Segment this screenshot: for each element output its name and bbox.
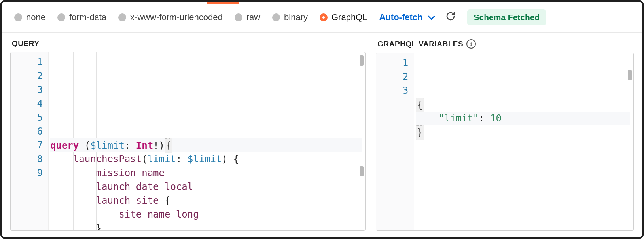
body-type-label: binary [284, 12, 308, 23]
query-editor[interactable]: 123456789 query ($limit: Int!){ launches… [10, 52, 366, 231]
line-number: 2 [11, 69, 43, 83]
query-title: QUERY [10, 33, 366, 52]
chevron-down-icon [428, 13, 435, 20]
body-type-label: x-www-form-urlencoded [130, 12, 223, 23]
body-type-label: form-data [69, 12, 106, 23]
auto-fetch-toggle[interactable]: Auto-fetch [379, 12, 434, 23]
body-type-none[interactable]: none [14, 12, 45, 23]
token-pn: ! [153, 140, 159, 151]
token-str: "limit" [439, 113, 479, 124]
request-body-panel: noneform-datax-www-form-urlencodedrawbin… [0, 0, 644, 239]
line-number: 1 [11, 55, 43, 69]
code-line[interactable]: launch_date_local [50, 180, 362, 194]
radio-dot-icon [320, 13, 328, 21]
token-brk: { [165, 138, 172, 153]
token-fld: mission_name [96, 167, 165, 178]
query-panel: QUERY 123456789 query ($limit: Int!){ la… [10, 33, 366, 231]
body-type-graphql[interactable]: GraphQL [320, 12, 367, 23]
auto-fetch-label: Auto-fetch [379, 12, 423, 23]
code-line[interactable]: } [50, 222, 362, 231]
variables-code[interactable]: { "limit": 10} [414, 53, 633, 230]
token-pn: : [176, 154, 188, 165]
token-pn: : [125, 140, 136, 151]
code-line[interactable]: { [416, 98, 630, 112]
body-type-raw[interactable]: raw [235, 12, 260, 23]
token-fld: launchesPast [73, 154, 142, 165]
token-fld: site_name_long [119, 209, 199, 220]
line-number: 6 [11, 125, 43, 138]
token-pn: { [159, 195, 170, 206]
token-brk: } [416, 125, 424, 140]
radio-dot-icon [235, 13, 242, 21]
code-line[interactable]: mission_name [50, 166, 362, 180]
token-arg: limit [148, 154, 176, 165]
token-pn [50, 167, 96, 178]
token-pn [50, 195, 96, 206]
refresh-icon [446, 11, 455, 21]
line-number: 8 [11, 152, 43, 166]
code-line[interactable]: "limit": 10 [416, 112, 630, 125]
body-type-form[interactable]: form-data [57, 12, 106, 23]
query-gutter: 123456789 [11, 52, 49, 230]
token-pn: : [479, 113, 490, 124]
radio-dot-icon [272, 13, 280, 21]
token-var: $limit [90, 140, 125, 151]
line-number: 9 [11, 166, 43, 180]
radio-dot-icon [118, 13, 126, 21]
code-line[interactable]: } [416, 125, 630, 139]
line-number: 3 [11, 83, 43, 97]
variables-title-text: GRAPHQL VARIABLES [377, 40, 463, 48]
info-icon[interactable]: i [466, 39, 476, 49]
body-type-xwww[interactable]: x-www-form-urlencoded [118, 12, 223, 23]
token-pn [416, 113, 439, 124]
token-num: 10 [490, 113, 502, 124]
schema-status-badge: Schema Fetched [467, 9, 546, 25]
query-code[interactable]: query ($limit: Int!){ launchesPast(limit… [49, 52, 365, 230]
body-type-binary[interactable]: binary [272, 12, 308, 23]
body-type-label: raw [246, 12, 260, 23]
token-kw: query [50, 140, 85, 151]
code-line[interactable]: launch_site { [50, 194, 362, 208]
graphql-panels: QUERY 123456789 query ($limit: Int!){ la… [2, 33, 642, 238]
token-pn [50, 209, 119, 220]
scrollbar-thumb[interactable] [628, 70, 632, 80]
token-fld: launch_site [96, 195, 159, 206]
token-brk: { [416, 98, 424, 112]
token-pn: ( [142, 154, 147, 165]
body-type-label: GraphQL [331, 12, 367, 23]
body-type-selector: noneform-datax-www-form-urlencodedrawbin… [2, 2, 642, 33]
line-number: 3 [376, 84, 408, 98]
variables-editor[interactable]: 123 { "limit": 10} [376, 53, 634, 231]
token-pn: ) [159, 140, 165, 151]
code-line[interactable]: site_name_long [50, 208, 362, 222]
line-number: 5 [11, 111, 43, 125]
line-number: 4 [11, 97, 43, 111]
refresh-schema-button[interactable] [446, 11, 455, 23]
active-tab-indicator [207, 2, 239, 4]
token-fld: launch_date_local [96, 181, 193, 192]
code-line[interactable]: launchesPast(limit: $limit) { [50, 152, 362, 166]
token-var: $limit [188, 154, 222, 165]
variables-panel: GRAPHQL VARIABLES i 123 { "limit": 10} [376, 33, 634, 231]
scrollbar-thumb[interactable] [360, 55, 364, 66]
token-pn: ) { [222, 154, 239, 165]
code-line[interactable]: query ($limit: Int!){ [50, 138, 362, 152]
line-number: 7 [11, 138, 43, 152]
radio-dot-icon [14, 13, 22, 21]
body-type-label: none [26, 12, 45, 23]
token-ty: Int [136, 140, 153, 151]
line-number: 1 [376, 56, 408, 70]
radio-dot-icon [57, 13, 65, 21]
variables-title: GRAPHQL VARIABLES i [376, 33, 634, 53]
token-pn [50, 154, 73, 165]
token-pn [50, 181, 96, 192]
token-pn: } [50, 223, 102, 231]
variables-gutter: 123 [376, 53, 414, 230]
line-number: 2 [376, 70, 408, 84]
token-pn: ( [85, 140, 90, 151]
